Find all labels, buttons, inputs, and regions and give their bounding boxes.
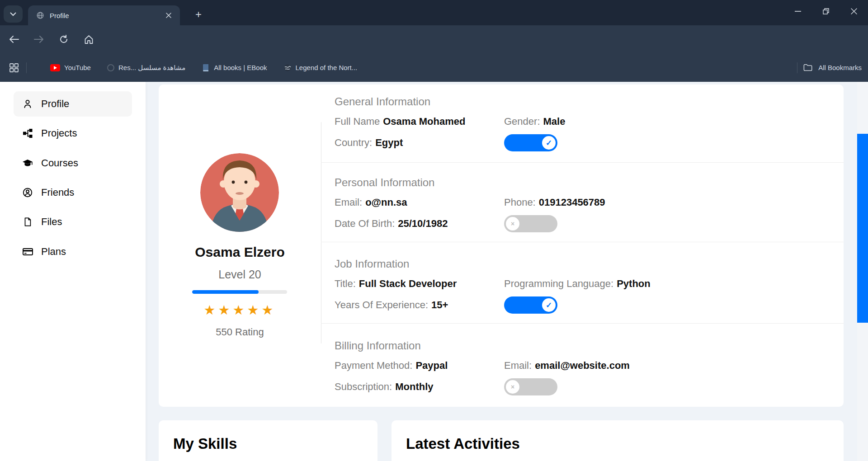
profile-overview-card: Osama Elzero Level 20 ★★★★★ 550 Rating G… xyxy=(159,85,844,407)
youtube-icon xyxy=(50,64,60,71)
field-value: 25/10/1982 xyxy=(398,218,448,229)
file-icon xyxy=(22,216,33,228)
field-label: Gender: xyxy=(504,116,540,127)
personal-toggle-switch[interactable]: ✓× xyxy=(504,215,557,232)
scrollbar-thumb[interactable] xyxy=(857,134,868,323)
field-value: Python xyxy=(617,278,651,289)
sidebar-item-friends[interactable]: Friends xyxy=(14,180,132,205)
rating-text: 550 Rating xyxy=(159,326,321,338)
field-value: Osama Mohamed xyxy=(383,116,465,127)
field-value: Paypal xyxy=(415,360,448,371)
job-toggle-switch[interactable]: ✓× xyxy=(504,296,557,314)
globe-favicon-icon xyxy=(283,64,292,72)
check-icon: ✓ xyxy=(546,138,552,148)
user-circle-icon xyxy=(22,187,33,198)
close-icon xyxy=(166,13,171,18)
field-value: Full Stack Developer xyxy=(359,278,457,289)
section-personal-information: Personal Information Email:o@nn.sa Phone… xyxy=(321,163,844,242)
bookmark-all-books[interactable]: All books | EBook xyxy=(202,64,267,72)
field-label: Email: xyxy=(335,197,362,208)
bookmark-youtube[interactable]: YouTube xyxy=(50,64,91,71)
sidebar: Profile Projects Courses Friends Files xyxy=(0,82,146,461)
bookmarks-separator xyxy=(26,62,27,73)
forward-button[interactable] xyxy=(31,32,47,47)
field-label: Country: xyxy=(335,137,372,148)
apps-grid-icon[interactable] xyxy=(9,63,19,73)
field-value: Male xyxy=(543,116,566,127)
field-label: Date Of Birth: xyxy=(335,218,395,229)
section-title: General Information xyxy=(335,94,844,109)
reload-icon xyxy=(59,35,68,44)
field-label: Phone: xyxy=(504,197,536,208)
home-icon xyxy=(84,35,94,44)
browser-tab-profile[interactable]: Profile xyxy=(28,5,180,25)
globe-favicon-icon xyxy=(36,11,44,19)
profile-avatar-illustration xyxy=(200,153,279,232)
reload-button[interactable] xyxy=(56,32,71,47)
sidebar-item-profile[interactable]: Profile xyxy=(14,91,132,117)
field-value: Monthly xyxy=(395,381,433,392)
x-icon: × xyxy=(511,220,514,227)
gender-toggle-switch[interactable]: ✓× xyxy=(504,134,557,151)
field-value: o@nn.sa xyxy=(365,197,407,208)
activities-card-title: Latest Activities xyxy=(406,435,520,452)
section-billing-information: Billing Information Payment Method:Paypa… xyxy=(321,324,844,407)
toggle-knob: ✓× xyxy=(506,217,519,230)
field-value: email@website.com xyxy=(535,360,630,371)
billing-toggle-switch[interactable]: ✓× xyxy=(504,378,557,395)
new-tab-button[interactable]: + xyxy=(192,8,205,21)
bookmark-res-series[interactable]: Res... مشاهدة مسلسل xyxy=(107,64,185,72)
user-icon xyxy=(22,98,33,110)
tab-close-button[interactable] xyxy=(164,10,174,20)
toggle-knob: ✓× xyxy=(542,136,556,150)
field-label: Title: xyxy=(335,278,356,289)
bookmarks-separator xyxy=(797,62,797,73)
field-value: Egypt xyxy=(375,137,403,148)
bookmarks-bar: YouTube Res... مشاهدة مسلسل All books | … xyxy=(0,53,868,82)
toggle-knob: ✓× xyxy=(506,380,519,394)
check-icon: ✓ xyxy=(546,301,552,310)
section-job-information: Job Information Title:Full Stack Develop… xyxy=(321,242,844,324)
sidebar-item-plans[interactable]: Plans xyxy=(14,239,132,264)
restore-icon xyxy=(822,8,830,15)
credit-card-icon xyxy=(22,246,33,258)
folder-icon xyxy=(803,64,812,71)
section-title: Billing Information xyxy=(335,339,844,353)
my-skills-card: My Skills xyxy=(159,420,377,461)
tab-list-chevron-button[interactable] xyxy=(4,5,23,23)
latest-activities-card: Latest Activities xyxy=(392,420,844,461)
skills-card-title: My Skills xyxy=(173,435,237,452)
minimize-button[interactable] xyxy=(784,0,812,23)
bookmark-legend[interactable]: Legend of the Nort... xyxy=(283,64,358,72)
tab-title: Profile xyxy=(50,12,164,19)
home-button[interactable] xyxy=(81,32,96,47)
forward-arrow-icon xyxy=(34,36,44,43)
field-label: Subscription: xyxy=(335,381,392,392)
all-bookmarks-button[interactable]: All Bookmarks xyxy=(818,64,862,71)
sidebar-item-courses[interactable]: Courses xyxy=(14,151,132,176)
close-icon xyxy=(851,8,857,14)
section-general-information: General Information Full NameOsama Moham… xyxy=(321,85,844,163)
profile-name: Osama Elzero xyxy=(159,245,321,260)
page-scrollbar xyxy=(857,82,868,461)
avatar-column: Osama Elzero Level 20 ★★★★★ 550 Rating xyxy=(159,85,321,407)
circle-favicon-icon xyxy=(107,64,114,71)
graduation-cap-icon xyxy=(22,157,33,169)
field-value: 15+ xyxy=(431,299,448,310)
book-favicon-icon xyxy=(202,64,210,72)
section-title: Personal Information xyxy=(335,175,844,190)
sidebar-item-files[interactable]: Files xyxy=(14,209,132,235)
diagram-project-icon xyxy=(22,127,33,139)
level-progress-bar xyxy=(192,290,287,294)
info-column: General Information Full NameOsama Moham… xyxy=(321,85,844,407)
tab-strip: Profile + xyxy=(0,0,868,25)
restore-button[interactable] xyxy=(812,0,840,23)
field-label: Email: xyxy=(504,360,532,371)
browser-toolbar: 127.0.0.1:5500/profile.html ☆ k xyxy=(0,25,868,53)
progress-fill xyxy=(192,290,259,294)
back-button[interactable] xyxy=(6,32,22,47)
window-controls xyxy=(784,0,868,23)
field-label: Years Of Experience: xyxy=(335,299,428,310)
close-window-button[interactable] xyxy=(840,0,868,23)
sidebar-item-projects[interactable]: Projects xyxy=(14,121,132,146)
